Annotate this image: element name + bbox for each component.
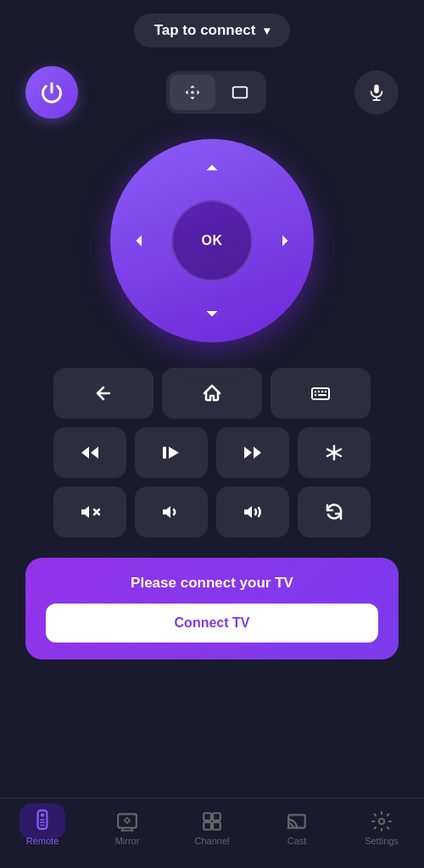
display-mode-controls [166,71,266,114]
volume-down-button[interactable] [135,487,208,537]
nav-item-settings[interactable]: Settings [339,807,424,849]
cast-nav-icon [286,810,308,832]
rewind-icon [80,442,100,463]
mute-icon [80,502,100,522]
connect-tv-banner: Please connect your TV Connect TV [25,558,399,659]
dpad-ok-button[interactable]: OK [171,200,253,281]
settings-icon [371,810,393,832]
move-mode-button[interactable] [170,75,215,110]
screen-icon [231,83,249,102]
chevron-down-icon: ▾ [264,24,270,37]
keyboard-icon [310,383,331,403]
volume-up-icon [243,502,263,522]
svg-rect-2 [374,85,379,93]
mic-icon [367,83,386,102]
power-button[interactable] [25,66,78,119]
settings-nav-icon [371,810,393,832]
svg-rect-5 [312,388,329,399]
svg-point-19 [41,813,44,816]
bottom-nav: Remote Mirror Channel [0,798,424,868]
volume-down-icon [161,502,181,522]
dpad-container: OK [110,139,314,342]
nav-item-mirror[interactable]: Mirror [85,807,170,849]
svg-rect-12 [163,447,166,459]
remote-nav-icon-wrap [31,810,53,832]
arrow-left-icon [131,231,150,250]
svg-rect-24 [204,813,211,821]
remote-body: OK [0,58,424,798]
connect-bar: Tap to connect ▾ [0,0,424,58]
power-icon [40,81,64,104]
remote-icon-bg [20,804,65,839]
play-pause-button[interactable] [135,427,208,478]
button-grid [25,368,399,537]
dpad-right-button[interactable] [266,224,300,258]
svg-point-0 [191,91,194,94]
volume-up-button[interactable] [216,487,289,537]
mirror-icon [116,810,138,832]
nav-item-cast[interactable]: Cast [254,807,339,849]
banner-title: Please connect your TV [46,575,378,592]
button-row-1 [25,368,399,419]
move-icon [183,83,202,102]
fast-forward-button[interactable] [216,427,289,478]
svg-rect-25 [213,813,220,821]
home-button[interactable] [162,368,262,419]
settings-nav-label: Settings [365,836,399,846]
refresh-icon [324,502,344,522]
svg-point-29 [287,826,290,829]
rewind-button[interactable] [53,427,126,478]
mute-button[interactable] [53,487,126,537]
svg-rect-27 [213,822,220,830]
arrow-down-icon [203,303,221,321]
cast-nav-label: Cast [287,836,307,846]
keyboard-button[interactable] [271,368,371,419]
mic-button[interactable] [354,70,399,114]
button-row-3 [25,487,399,537]
remote-nav-label: Remote [26,836,59,846]
remote-icon [31,809,53,831]
fast-forward-icon [243,442,263,463]
arrow-up-icon [203,160,221,179]
play-pause-icon [161,442,181,463]
connect-tv-button[interactable]: Connect TV [46,604,378,643]
dpad-outer: OK [110,139,314,342]
svg-point-30 [379,819,385,825]
nav-item-remote[interactable]: Remote [0,807,85,849]
top-controls [25,66,399,119]
button-row-2 [25,427,399,478]
channel-nav-icon [201,810,223,832]
mirror-nav-icon [116,810,138,832]
arrow-right-icon [274,231,293,250]
dpad-down-button[interactable] [195,295,229,329]
asterisk-icon [324,442,344,463]
dpad-up-button[interactable] [195,153,229,186]
home-icon [202,383,222,403]
dpad-ok-label: OK [202,233,223,248]
cast-icon [286,810,308,832]
back-icon [93,383,114,403]
options-button[interactable] [298,427,371,478]
connect-pill[interactable]: Tap to connect ▾ [134,14,291,47]
svg-rect-26 [204,822,211,830]
svg-rect-23 [118,814,137,827]
channel-icon [201,810,223,832]
dpad-left-button[interactable] [124,224,158,258]
back-button[interactable] [53,368,153,419]
screen-mode-button[interactable] [217,75,263,110]
mirror-nav-label: Mirror [115,836,140,846]
connect-label: Tap to connect [154,22,256,39]
channel-nav-label: Channel [195,836,230,846]
svg-rect-1 [233,87,248,98]
refresh-button[interactable] [298,487,371,537]
nav-item-channel[interactable]: Channel [170,807,254,849]
